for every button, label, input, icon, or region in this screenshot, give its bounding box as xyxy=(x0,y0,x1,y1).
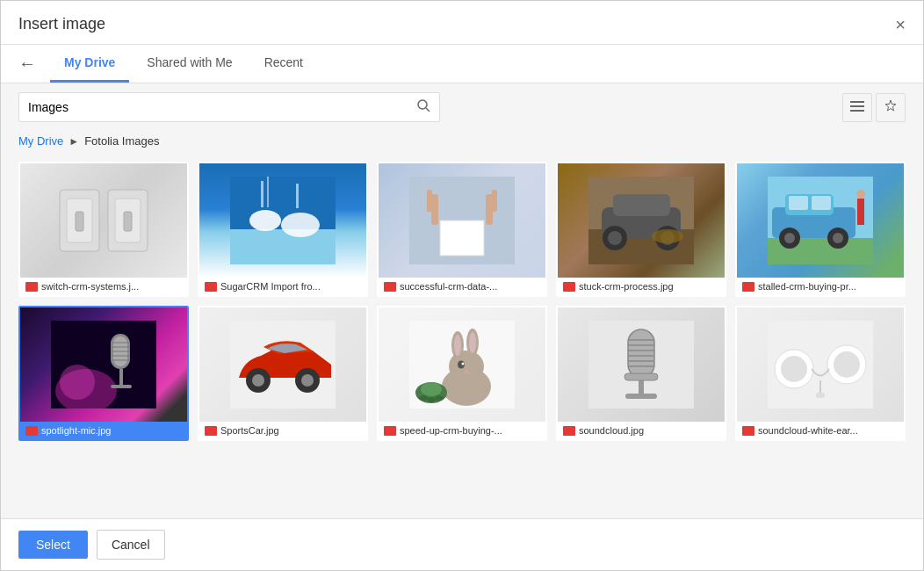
svg-rect-13 xyxy=(230,229,336,264)
image-item-4[interactable]: stuck-crm-process.jpg xyxy=(556,162,726,297)
microphone-image xyxy=(588,321,694,408)
svg-point-74 xyxy=(421,382,442,396)
toolbar-right xyxy=(842,93,906,122)
image-label-10: soundcloud-white-ear... xyxy=(737,422,904,439)
search-input[interactable] xyxy=(19,95,408,119)
tab-shared-with-me[interactable]: Shared with Me xyxy=(133,45,246,83)
svg-point-69 xyxy=(469,332,476,353)
image-item-5[interactable]: stalled-crm-buying-pr... xyxy=(735,162,906,297)
mud-image xyxy=(588,177,694,264)
svg-rect-56 xyxy=(119,369,123,387)
search-icon xyxy=(416,98,430,112)
svg-rect-18 xyxy=(296,184,299,208)
file-icon-6 xyxy=(25,426,38,436)
image-thumb-5 xyxy=(737,163,904,278)
toolbar xyxy=(1,83,923,131)
cancel-button[interactable]: Cancel xyxy=(97,530,165,560)
breadcrumb-separator: ► xyxy=(69,135,79,148)
svg-point-30 xyxy=(608,231,622,245)
file-icon-9 xyxy=(563,426,575,436)
svg-rect-4 xyxy=(850,110,864,112)
dialog-title: Insert image xyxy=(18,15,105,44)
svg-point-41 xyxy=(784,233,795,243)
svg-point-45 xyxy=(856,190,865,199)
svg-point-76 xyxy=(427,397,436,402)
svg-point-75 xyxy=(419,395,428,401)
list-view-button[interactable] xyxy=(842,93,872,122)
svg-rect-10 xyxy=(76,212,83,231)
back-button[interactable]: ← xyxy=(18,45,36,83)
svg-rect-88 xyxy=(624,373,658,380)
grid-view-button[interactable] xyxy=(876,93,906,122)
tab-recent[interactable]: Recent xyxy=(250,45,317,83)
breadcrumb: My Drive ► Fotolia Images xyxy=(1,131,923,155)
svg-point-72 xyxy=(464,370,469,373)
image-label-5: stalled-crm-buying-pr... xyxy=(737,278,904,295)
svg-point-15 xyxy=(281,213,320,237)
image-label-3: successful-crm-data-... xyxy=(379,278,545,295)
hands-image xyxy=(409,177,515,264)
image-thumb-2 xyxy=(199,163,366,278)
svg-rect-16 xyxy=(261,181,263,207)
svg-rect-87 xyxy=(625,394,657,399)
tab-my-drive[interactable]: My Drive xyxy=(50,45,129,83)
svg-rect-17 xyxy=(267,177,269,207)
earphones-image xyxy=(768,321,873,408)
image-thumb-6 xyxy=(20,307,187,422)
rabbit-image xyxy=(409,321,515,408)
image-item-2[interactable]: SugarCRM Import fro... xyxy=(198,162,368,297)
search-button[interactable] xyxy=(408,93,439,121)
file-icon-2 xyxy=(205,282,217,292)
image-thumb-1 xyxy=(20,163,187,278)
svg-rect-79 xyxy=(628,329,654,378)
list-view-icon xyxy=(850,101,864,112)
svg-marker-5 xyxy=(885,100,896,111)
close-button[interactable]: × xyxy=(895,16,906,44)
car-image xyxy=(768,177,873,264)
select-button[interactable]: Select xyxy=(18,531,88,559)
image-grid-area: switch-crm-systems.j... xyxy=(1,155,923,518)
image-item-7[interactable]: SportsCar.jpg xyxy=(198,306,368,441)
svg-rect-38 xyxy=(789,196,808,210)
svg-rect-24 xyxy=(492,190,497,212)
image-label-7: SportsCar.jpg xyxy=(199,422,366,439)
file-icon-8 xyxy=(384,426,396,436)
image-item-3[interactable]: successful-crm-data-... xyxy=(377,162,547,297)
svg-rect-3 xyxy=(850,105,864,107)
sugar-image xyxy=(230,177,336,264)
image-label-1: switch-crm-systems.j... xyxy=(20,278,187,295)
svg-rect-39 xyxy=(812,196,831,210)
image-label-2: SugarCRM Import fro... xyxy=(199,278,366,295)
image-thumb-8 xyxy=(379,307,545,422)
svg-point-14 xyxy=(249,210,281,231)
svg-rect-28 xyxy=(613,194,670,216)
svg-point-48 xyxy=(60,365,95,400)
breadcrumb-current: Fotolia Images xyxy=(84,134,159,148)
image-thumb-3 xyxy=(379,163,545,278)
insert-image-dialog: Insert image × ← My Drive Shared with Me… xyxy=(0,0,924,571)
svg-rect-11 xyxy=(124,212,132,231)
image-item-8[interactable]: speed-up-crm-buying-... xyxy=(377,306,547,441)
tabs-bar: ← My Drive Shared with Me Recent xyxy=(1,45,923,83)
svg-point-33 xyxy=(652,229,683,243)
image-item-9[interactable]: soundcloud.jpg xyxy=(556,306,726,441)
image-item-6[interactable]: spotlight-mic.jpg xyxy=(18,306,189,441)
image-item-1[interactable]: switch-crm-systems.j... xyxy=(18,162,189,297)
breadcrumb-root[interactable]: My Drive xyxy=(18,134,63,148)
switch-image xyxy=(51,177,156,264)
file-icon-4 xyxy=(563,282,575,292)
image-grid: switch-crm-systems.j... xyxy=(18,162,906,441)
dialog-footer: Select Cancel xyxy=(1,518,923,570)
image-label-8: speed-up-crm-buying-... xyxy=(379,422,545,439)
svg-line-1 xyxy=(426,108,430,112)
file-icon-5 xyxy=(742,282,754,292)
file-icon-7 xyxy=(205,426,217,436)
image-thumb-4 xyxy=(558,163,725,278)
svg-point-93 xyxy=(834,351,860,378)
svg-rect-22 xyxy=(427,190,432,212)
spotlight-image xyxy=(51,321,156,408)
svg-rect-20 xyxy=(440,220,484,256)
svg-point-60 xyxy=(252,374,264,387)
image-item-10[interactable]: soundcloud-white-ear... xyxy=(735,306,906,441)
svg-rect-23 xyxy=(486,194,493,225)
